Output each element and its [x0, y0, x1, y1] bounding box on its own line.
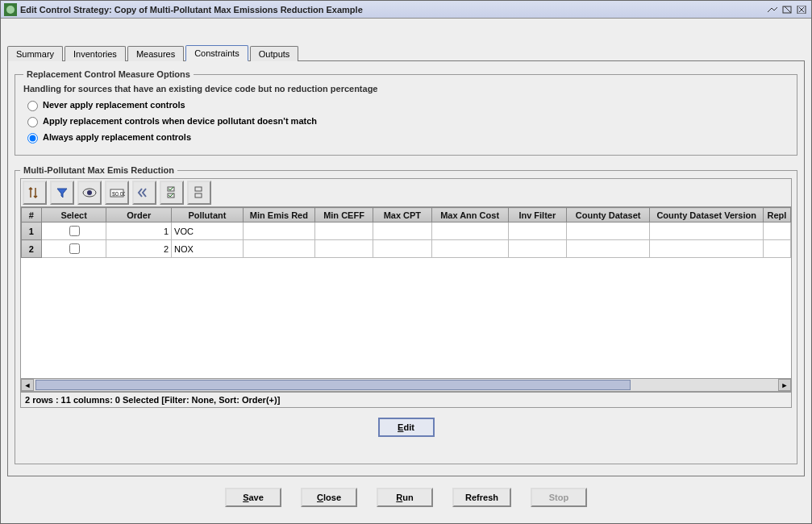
cell-maxann[interactable] — [431, 240, 508, 258]
radio-mismatch-input[interactable] — [27, 117, 38, 127]
row-checkbox[interactable] — [69, 226, 80, 236]
scroll-right-icon[interactable]: ► — [778, 379, 791, 391]
svg-text:$0.00: $0.00 — [112, 191, 125, 197]
col-repl[interactable]: Repl — [763, 208, 790, 222]
replacement-options-group: Replacement Control Measure Options Hand… — [15, 69, 797, 156]
horizontal-scrollbar[interactable]: ◄ ► — [21, 378, 791, 391]
table-row[interactable]: 2 2 NOX — [22, 240, 791, 258]
tab-measures[interactable]: Measures — [127, 46, 184, 61]
edit-button[interactable]: Edit — [378, 418, 435, 437]
grid-table: # Select Order Pollutant Min Emis Red Mi… — [21, 207, 791, 258]
col-countyds[interactable]: County Dataset — [567, 208, 650, 222]
save-button[interactable]: Save — [225, 488, 281, 507]
cell-countyds[interactable] — [567, 222, 650, 240]
minimize-icon[interactable] — [766, 4, 779, 15]
col-order[interactable]: Order — [106, 208, 172, 222]
filter-icon[interactable] — [50, 181, 74, 205]
cell-invfilter[interactable] — [508, 240, 566, 258]
col-maxann[interactable]: Max Ann Cost — [431, 208, 508, 222]
col-countyver[interactable]: County Dataset Version — [650, 208, 764, 222]
radio-never-label: Never apply replacement controls — [43, 100, 185, 110]
cell-select[interactable] — [41, 240, 106, 258]
refresh-button[interactable]: Refresh — [452, 488, 511, 507]
grid-table-wrap: # Select Order Pollutant Min Emis Red Mi… — [20, 206, 792, 392]
grid-group: Multi-Pollutant Max Emis Reduction $0.00 — [15, 165, 797, 464]
format-icon[interactable]: $0.00 — [105, 181, 129, 205]
grid-legend: Multi-Pollutant Max Emis Reduction — [20, 165, 177, 175]
close-icon[interactable] — [795, 4, 808, 15]
cell-select[interactable] — [41, 222, 106, 240]
cell-repl[interactable] — [763, 240, 790, 258]
cell-rownum: 1 — [22, 222, 42, 240]
cell-pollutant[interactable]: VOC — [172, 222, 244, 240]
cell-pollutant[interactable]: NOX — [172, 240, 244, 258]
app-icon — [4, 3, 17, 16]
tab-constraints[interactable]: Constraints — [185, 45, 248, 61]
cell-countyds[interactable] — [567, 240, 650, 258]
cell-minceff[interactable] — [314, 222, 373, 240]
stop-button: Stop — [531, 488, 587, 507]
col-pollutant[interactable]: Pollutant — [172, 208, 244, 222]
sort-icon[interactable] — [23, 181, 47, 205]
cell-minemis[interactable] — [243, 240, 314, 258]
grid-status: 2 rows : 11 columns: 0 Selected [Filter:… — [20, 392, 792, 408]
col-rownum[interactable]: # — [22, 208, 42, 222]
radio-never[interactable]: Never apply replacement controls — [23, 98, 789, 111]
cell-maxann[interactable] — [431, 222, 508, 240]
radio-mismatch-label: Apply replacement controls when device p… — [43, 116, 317, 126]
col-maxcpt[interactable]: Max CPT — [373, 208, 431, 222]
footer-buttons: Save Close Run Refresh Stop — [7, 476, 805, 517]
scroll-left-icon[interactable]: ◄ — [21, 379, 34, 391]
run-button[interactable]: Run — [377, 488, 433, 507]
select-all-icon[interactable] — [160, 181, 184, 205]
col-invfilter[interactable]: Inv Filter — [508, 208, 566, 222]
radio-always-label: Always apply replacement controls — [43, 132, 191, 142]
tab-panel-constraints: Replacement Control Measure Options Hand… — [7, 60, 805, 476]
maximize-icon[interactable] — [781, 4, 793, 15]
tab-inventories[interactable]: Inventories — [65, 46, 126, 61]
radio-never-input[interactable] — [27, 101, 38, 111]
grid-toolbar: $0.00 — [20, 178, 792, 206]
cell-repl[interactable] — [763, 222, 790, 240]
window-title: Edit Control Strategy: Copy of Multi-Pol… — [20, 5, 764, 15]
col-select[interactable]: Select — [41, 208, 106, 222]
cell-order[interactable]: 1 — [106, 222, 172, 240]
replacement-legend: Replacement Control Measure Options — [23, 69, 194, 79]
close-button[interactable]: Close — [301, 488, 357, 507]
scroll-track[interactable] — [34, 379, 778, 391]
table-row[interactable]: 1 1 VOC — [22, 222, 791, 240]
svg-rect-11 — [195, 193, 202, 198]
cell-rownum: 2 — [22, 240, 42, 258]
col-minceff[interactable]: Min CEFF — [314, 208, 373, 222]
tab-summary[interactable]: Summary — [7, 46, 63, 61]
cell-minemis[interactable] — [243, 222, 314, 240]
reset-icon[interactable] — [132, 181, 156, 205]
radio-always-input[interactable] — [27, 133, 38, 143]
cell-countyver[interactable] — [650, 222, 764, 240]
cell-invfilter[interactable] — [508, 222, 566, 240]
cell-maxcpt[interactable] — [373, 222, 431, 240]
radio-mismatch[interactable]: Apply replacement controls when device p… — [23, 114, 789, 127]
cell-minceff[interactable] — [314, 240, 373, 258]
cell-order[interactable]: 2 — [106, 240, 172, 258]
tab-outputs[interactable]: Outputs — [250, 46, 299, 61]
cell-countyver[interactable] — [650, 240, 764, 258]
svg-rect-10 — [195, 187, 202, 191]
titlebar: Edit Control Strategy: Copy of Multi-Pol… — [1, 1, 811, 19]
col-minemis[interactable]: Min Emis Red — [243, 208, 314, 222]
svg-point-1 — [6, 6, 15, 14]
select-none-icon[interactable] — [187, 181, 211, 205]
grid-header-row: # Select Order Pollutant Min Emis Red Mi… — [22, 208, 791, 222]
view-icon[interactable] — [77, 181, 102, 205]
svg-point-5 — [87, 190, 92, 195]
tabs: Summary Inventories Measures Constraints… — [7, 43, 805, 60]
replacement-subtitle: Handling for sources that have an existi… — [23, 84, 789, 94]
scroll-thumb[interactable] — [35, 380, 631, 390]
radio-always[interactable]: Always apply replacement controls — [23, 131, 789, 143]
cell-maxcpt[interactable] — [373, 240, 431, 258]
row-checkbox[interactable] — [69, 243, 80, 254]
